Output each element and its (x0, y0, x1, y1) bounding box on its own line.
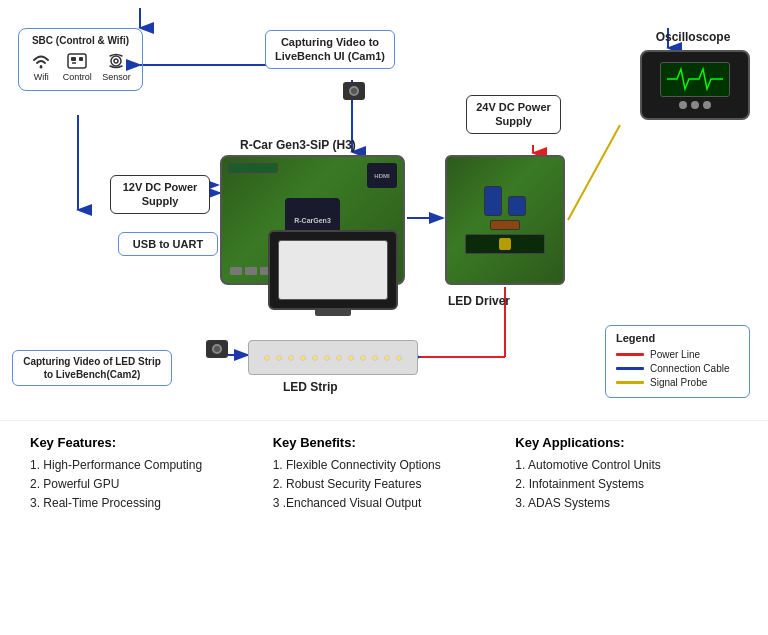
sbc-box: SBC (Control & Wifi) Wifi (18, 28, 143, 91)
led-driver-label: LED Driver (448, 294, 510, 310)
osc-display (665, 65, 725, 93)
cam2-label: Capturing Video of LED Strip to LiveBenc… (12, 350, 172, 386)
led-dot-5 (312, 355, 318, 361)
led-dot-8 (348, 355, 354, 361)
applications-item-3: 3. ADAS Systems (515, 494, 738, 513)
sbc-icons: Wifi Control Senso (25, 52, 136, 82)
fhd-tv (268, 230, 398, 310)
osc-knobs (679, 101, 711, 109)
svg-rect-15 (71, 57, 76, 61)
osc-knob-1 (679, 101, 687, 109)
benefits-item-2: 2. Robust Security Features (273, 475, 496, 494)
legend-signal-swatch (616, 381, 644, 384)
usb-uart-label: USB to UART (118, 232, 218, 256)
led-dot-6 (324, 355, 330, 361)
oscilloscope-box (640, 50, 750, 120)
benefits-item-3: 3 .Enchanced Visual Output (273, 494, 496, 513)
rcar-label: R-Car Gen3-SiP (H3) (240, 138, 356, 154)
svg-point-13 (40, 66, 43, 69)
diagram-area: SBC (Control & Wifi) Wifi (0, 0, 768, 420)
legend-signal-probe: Signal Probe (616, 377, 739, 388)
led-dot-2 (276, 355, 282, 361)
applications-item-2: 2. Infotainment Systems (515, 475, 738, 494)
capacitor-1 (484, 186, 502, 216)
sensor-icon (105, 52, 127, 70)
led-dot-12 (396, 355, 402, 361)
led-dot-4 (300, 355, 306, 361)
led-dot-9 (360, 355, 366, 361)
power-12v-label: 12V DC Power Supply (110, 175, 210, 214)
sensor-label: Sensor (102, 72, 131, 82)
sbc-control-item: Control (63, 52, 92, 82)
svg-rect-14 (68, 54, 86, 68)
applications-item-1: 1. Automotive Control Units (515, 456, 738, 475)
control-icon (66, 52, 88, 70)
sbc-wifi-item: Wifi (30, 52, 52, 82)
tv-stand (315, 308, 351, 316)
cam1-label: Capturing Video to LiveBench UI (Cam1) (265, 30, 395, 69)
legend-connection-cable: Connection Cable (616, 363, 739, 374)
legend-title: Legend (616, 332, 739, 344)
legend-connection-label: Connection Cable (650, 363, 730, 374)
led-strip-component (248, 340, 418, 375)
osc-knob-3 (703, 101, 711, 109)
features-col: Key Features: 1. High-Performance Comput… (20, 435, 263, 621)
sbc-sensor-item: Sensor (102, 52, 131, 82)
led-dot-1 (264, 355, 270, 361)
tv-screen (278, 240, 388, 300)
led-dot-7 (336, 355, 342, 361)
svg-point-19 (114, 59, 118, 63)
legend-signal-label: Signal Probe (650, 377, 707, 388)
power-24v-label: 24V DC Power Supply (466, 95, 561, 134)
svg-point-18 (111, 56, 121, 66)
features-heading: Key Features: (30, 435, 253, 450)
led-dot-10 (372, 355, 378, 361)
bottom-area: Key Features: 1. High-Performance Comput… (0, 420, 768, 635)
wifi-icon (30, 52, 52, 70)
cam2-icon (206, 340, 228, 358)
osc-screen (660, 62, 730, 97)
legend-power-line-swatch (616, 353, 644, 356)
benefits-item-1: 1. Flexible Connectivity Options (273, 456, 496, 475)
svg-rect-16 (79, 57, 83, 61)
features-item-1: 1. High-Performance Computing (30, 456, 253, 475)
features-item-2: 2. Powerful GPU (30, 475, 253, 494)
features-item-3: 3. Real-Time Processing (30, 494, 253, 513)
svg-line-9 (568, 125, 620, 220)
cam2-lens (212, 344, 222, 354)
led-dot-3 (288, 355, 294, 361)
benefits-col: Key Benefits: 1. Flexible Connectivity O… (263, 435, 506, 621)
resistor (490, 220, 520, 230)
legend-power-line: Power Line (616, 349, 739, 360)
cam1-icon (343, 82, 365, 100)
sbc-title: SBC (Control & Wifi) (25, 35, 136, 46)
led-dots (262, 355, 404, 361)
applications-heading: Key Applications: (515, 435, 738, 450)
wifi-label: Wifi (34, 72, 49, 82)
oscilloscope-label: Oscilloscope (638, 30, 748, 46)
capacitor-2 (508, 196, 526, 216)
legend-box: Legend Power Line Connection Cable Signa… (605, 325, 750, 398)
applications-col: Key Applications: 1. Automotive Control … (505, 435, 748, 621)
benefits-heading: Key Benefits: (273, 435, 496, 450)
led-driver-board (445, 155, 565, 285)
osc-knob-2 (691, 101, 699, 109)
led-dot-11 (384, 355, 390, 361)
cam1-lens (349, 86, 359, 96)
led-strip-label: LED Strip (283, 380, 338, 396)
control-label: Control (63, 72, 92, 82)
legend-power-line-label: Power Line (650, 349, 700, 360)
legend-connection-swatch (616, 367, 644, 370)
